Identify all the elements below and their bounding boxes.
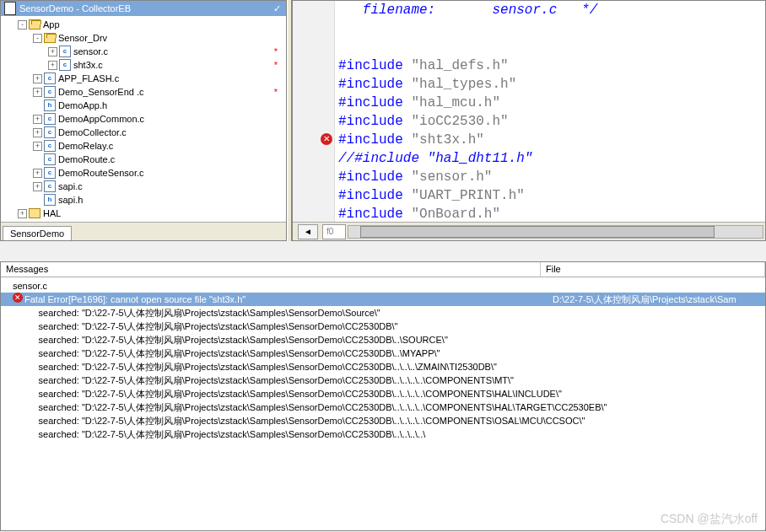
message-line[interactable]: searched: "D:\22-7-5\人体控制风扇\Projects\zst…: [1, 373, 765, 387]
expand-toggle[interactable]: +: [33, 88, 42, 97]
expand-toggle[interactable]: +: [48, 61, 57, 70]
folder-icon: [29, 208, 40, 218]
h-file-icon: h: [44, 194, 56, 206]
expand-toggle[interactable]: +: [33, 182, 42, 191]
message-line[interactable]: searched: "D:\22-7-5\人体控制风扇\Projects\zst…: [1, 360, 765, 373]
tree-label: DemoApp.h: [58, 100, 107, 110]
tree-label: DemoAppCommon.c: [58, 114, 144, 124]
expand-toggle[interactable]: +: [33, 128, 42, 137]
code-editor[interactable]: filename: sensor.c */ #include "hal_defs…: [335, 1, 765, 222]
tree-label: sensor.c: [73, 46, 108, 56]
col-file[interactable]: File: [541, 262, 765, 277]
expand-toggle[interactable]: +: [18, 209, 27, 218]
editor-panel: ✕ filename: sensor.c */ #include "hal_de…: [292, 0, 766, 241]
tree-label: DemoRelay.c: [58, 141, 113, 151]
expand-toggle[interactable]: +: [33, 115, 42, 124]
c-file-icon: c: [44, 140, 56, 152]
project-icon: [4, 2, 16, 15]
modified-star-icon: *: [274, 60, 278, 70]
tree-label: APP_FLASH.c: [58, 73, 119, 83]
expand-toggle[interactable]: +: [33, 169, 42, 178]
tree-label: DemoRoute.c: [58, 154, 115, 164]
message-line[interactable]: searched: "D:\22-7-5\人体控制风扇\Projects\zst…: [1, 320, 765, 333]
editor-gutter: ✕: [293, 1, 335, 222]
workspace-panel: SensorDemo - CollectorEB ✓ -App-Sensor_D…: [0, 0, 287, 241]
project-header[interactable]: SensorDemo - CollectorEB ✓: [1, 1, 286, 16]
folder-open-icon: [44, 33, 56, 43]
c-file-icon: c: [44, 113, 56, 125]
c-file-icon: c: [44, 180, 56, 192]
folder-open-icon: [29, 19, 40, 30]
tree-node[interactable]: hsapi.h: [3, 193, 286, 207]
workspace-tab[interactable]: SensorDemo: [3, 226, 72, 240]
message-line[interactable]: searched: "D:\22-7-5\人体控制风扇\Projects\zst…: [1, 333, 765, 347]
expand-toggle[interactable]: -: [18, 20, 27, 30]
tree-node[interactable]: cDemoRoute.c: [3, 153, 286, 166]
editor-hscrollbar[interactable]: [348, 225, 763, 239]
nav-prev-button[interactable]: ◄: [298, 224, 318, 239]
tree-label: Sensor_Drv: [58, 33, 107, 43]
message-line[interactable]: searched: "D:\22-7-5\人体控制风扇\Projects\zst…: [1, 306, 765, 320]
expand-toggle[interactable]: +: [33, 142, 42, 151]
editor-status-bar: ◄ f0: [293, 222, 765, 240]
message-line[interactable]: sensor.c: [1, 279, 765, 293]
c-file-icon: c: [59, 59, 71, 71]
project-title: SensorDemo - CollectorEB: [19, 3, 131, 13]
modified-star-icon: *: [274, 87, 278, 97]
expand-toggle[interactable]: +: [33, 74, 42, 83]
c-file-icon: c: [44, 167, 56, 179]
c-file-icon: c: [44, 73, 56, 84]
modified-star-icon: *: [274, 46, 278, 56]
message-error-line[interactable]: ✕Fatal Error[Pe1696]: cannot open source…: [1, 293, 765, 306]
tree-node[interactable]: -App: [3, 18, 286, 31]
expand-toggle[interactable]: +: [48, 47, 57, 56]
tree-node[interactable]: +csht3x.c*: [3, 58, 286, 72]
tree-node[interactable]: +csapi.c: [3, 180, 286, 193]
tree-label: sapi.c: [58, 181, 83, 191]
message-line[interactable]: searched: "D:\22-7-5\人体控制风扇\Projects\zst…: [1, 387, 765, 400]
expand-toggle[interactable]: -: [33, 34, 42, 43]
message-line[interactable]: searched: "D:\22-7-5\人体控制风扇\Projects\zst…: [1, 427, 765, 441]
col-messages[interactable]: Messages: [1, 262, 541, 277]
tree-node[interactable]: +cDemoRouteSensor.c: [3, 166, 286, 180]
c-file-icon: c: [44, 86, 56, 98]
tree-label: HAL: [43, 208, 61, 218]
function-nav-combo[interactable]: f0: [322, 224, 346, 239]
messages-body[interactable]: sensor.c✕Fatal Error[Pe1696]: cannot ope…: [1, 277, 765, 530]
workspace-tabbar: SensorDemo: [1, 222, 286, 240]
message-line[interactable]: searched: "D:\22-7-5\人体控制风扇\Projects\zst…: [1, 400, 765, 414]
tree-label: sht3x.c: [73, 60, 103, 70]
tree-node[interactable]: +cAPP_FLASH.c: [3, 72, 286, 85]
c-file-icon: c: [44, 126, 56, 138]
project-active-check-icon: ✓: [273, 3, 281, 14]
tree-label: App: [43, 19, 60, 30]
tree-node[interactable]: +HAL: [3, 207, 286, 220]
c-file-icon: c: [59, 46, 71, 57]
message-line[interactable]: searched: "D:\22-7-5\人体控制风扇\Projects\zst…: [1, 347, 765, 360]
tree-node[interactable]: +cDemoCollector.c: [3, 126, 286, 139]
tree-node[interactable]: +cDemoAppCommon.c: [3, 112, 286, 126]
project-tree[interactable]: -App-Sensor_Drv+csensor.c*+csht3x.c*+cAP…: [1, 16, 286, 222]
tree-node[interactable]: +cDemoRelay.c: [3, 139, 286, 153]
messages-header: Messages File: [1, 262, 765, 277]
message-line[interactable]: searched: "D:\22-7-5\人体控制风扇\Projects\zst…: [1, 414, 765, 427]
tree-label: Demo_SensorEnd .c: [58, 87, 144, 97]
tree-label: DemoRouteSensor.c: [58, 168, 144, 178]
h-file-icon: h: [44, 99, 56, 111]
error-icon: ✕: [13, 293, 23, 303]
tree-label: sapi.h: [58, 195, 83, 205]
tree-label: DemoCollector.c: [58, 127, 127, 137]
tree-node[interactable]: +cDemo_SensorEnd .c*: [3, 85, 286, 99]
tree-node[interactable]: +csensor.c*: [3, 45, 286, 58]
messages-panel: Messages File sensor.c✕Fatal Error[Pe169…: [0, 261, 766, 531]
tree-node[interactable]: -Sensor_Drv: [3, 31, 286, 45]
scrollbar-thumb[interactable]: [360, 226, 715, 238]
c-file-icon: c: [44, 153, 56, 165]
error-marker-icon[interactable]: ✕: [321, 133, 332, 145]
tree-node[interactable]: hDemoApp.h: [3, 99, 286, 112]
